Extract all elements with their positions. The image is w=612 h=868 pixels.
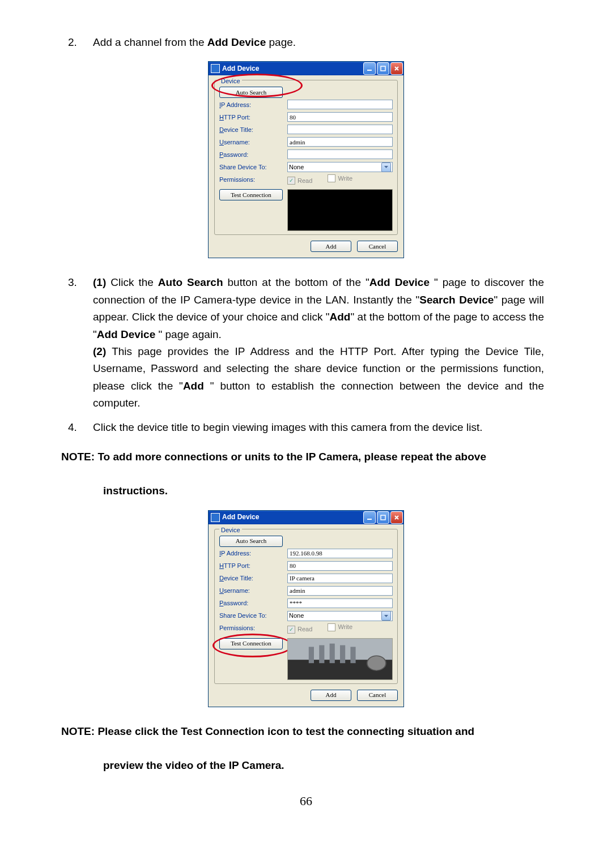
write-checkbox[interactable]: Write bbox=[328, 174, 352, 184]
http-port-input[interactable] bbox=[287, 561, 393, 571]
cancel-button[interactable]: Cancel bbox=[357, 690, 398, 701]
minimize-button[interactable] bbox=[363, 62, 376, 75]
add-button[interactable]: Add bbox=[311, 241, 351, 252]
password-input[interactable] bbox=[287, 598, 393, 608]
svg-rect-0 bbox=[367, 70, 372, 71]
page-number: 66 bbox=[68, 791, 544, 811]
window-title: Add Device bbox=[222, 512, 259, 523]
http-port-label: HTTP Port: bbox=[219, 113, 287, 123]
add-device-dialog-1: Add Device Device Auto Search IP Address… bbox=[208, 61, 404, 258]
app-icon bbox=[211, 64, 220, 73]
step2-text-a: Add a channel from the bbox=[93, 36, 207, 48]
password-input[interactable] bbox=[287, 149, 393, 159]
device-title-label: Device Title: bbox=[219, 574, 287, 584]
note-2: NOTE: Please click the Test Connection i… bbox=[68, 723, 544, 775]
test-connection-button[interactable]: Test Connection bbox=[219, 189, 283, 200]
step-4: 4. Click the device title to begin viewi… bbox=[68, 419, 544, 436]
password-label: Password: bbox=[219, 598, 287, 609]
write-checkbox[interactable]: Write bbox=[328, 622, 352, 632]
username-label: Username: bbox=[219, 586, 287, 596]
add-device-dialog-2: Add Device Device Auto Search IP Address… bbox=[208, 510, 404, 707]
step-2-body: Add a channel from the Add Device page. bbox=[93, 34, 544, 51]
app-icon bbox=[211, 513, 220, 522]
step2-text-b: page. bbox=[266, 36, 296, 48]
username-input[interactable] bbox=[287, 137, 393, 147]
preview-area bbox=[287, 638, 393, 680]
chevron-down-icon bbox=[381, 163, 391, 172]
step-3-body: (1) Click the Auto Search button at the … bbox=[93, 274, 544, 412]
step-2-num: 2. bbox=[68, 34, 93, 51]
svg-rect-3 bbox=[381, 515, 385, 520]
window-title: Add Device bbox=[222, 63, 259, 74]
maximize-button[interactable] bbox=[377, 511, 389, 524]
add-device-dialog-2-wrap: Add Device Device Auto Search IP Address… bbox=[68, 510, 544, 707]
share-device-value: None bbox=[289, 163, 304, 173]
close-button[interactable] bbox=[390, 511, 403, 524]
read-checkbox[interactable]: ✓Read bbox=[287, 176, 312, 186]
svg-point-11 bbox=[367, 656, 386, 670]
permissions-label: Permissions: bbox=[219, 623, 287, 634]
note1-line2: instructions. bbox=[68, 482, 544, 499]
share-device-select[interactable]: None bbox=[287, 162, 393, 172]
preview-area bbox=[287, 189, 393, 231]
device-title-label: Device Title: bbox=[219, 125, 287, 135]
maximize-button[interactable] bbox=[377, 62, 389, 75]
device-title-input[interactable] bbox=[287, 574, 393, 583]
note2-line2: preview the video of the IP Camera. bbox=[68, 757, 544, 774]
step-2: 2. Add a channel from the Add Device pag… bbox=[68, 34, 544, 51]
read-checkbox[interactable]: ✓Read bbox=[287, 625, 312, 635]
ip-address-input[interactable] bbox=[287, 549, 393, 558]
titlebar: Add Device bbox=[209, 511, 403, 524]
note-1: NOTE: To add more connections or units t… bbox=[68, 448, 544, 500]
permissions-label: Permissions: bbox=[219, 175, 287, 185]
http-port-input[interactable] bbox=[287, 112, 393, 122]
ip-address-input[interactable] bbox=[287, 100, 393, 109]
ip-address-label: IP Address: bbox=[219, 100, 287, 110]
username-input[interactable] bbox=[287, 586, 393, 596]
step2-bold: Add Device bbox=[207, 36, 266, 48]
svg-rect-1 bbox=[381, 66, 385, 71]
step-3: 3. (1) Click the Auto Search button at t… bbox=[68, 274, 544, 412]
device-group: Device Auto Search IP Address: HTTP Port… bbox=[214, 529, 398, 684]
cancel-button[interactable]: Cancel bbox=[357, 241, 398, 252]
titlebar: Add Device bbox=[209, 62, 403, 75]
note2-line1: NOTE: Please click the Test Connection i… bbox=[61, 723, 544, 740]
svg-rect-8 bbox=[330, 643, 335, 663]
svg-rect-10 bbox=[350, 647, 355, 663]
device-title-input[interactable] bbox=[287, 125, 393, 134]
step-3-num: 3. bbox=[68, 274, 93, 412]
ip-address-label: IP Address: bbox=[219, 549, 287, 559]
svg-rect-7 bbox=[319, 645, 324, 663]
close-button[interactable] bbox=[390, 62, 403, 75]
share-device-label: Share Device To: bbox=[219, 611, 287, 621]
add-button[interactable]: Add bbox=[311, 690, 351, 701]
note1-line1: NOTE: To add more connections or units t… bbox=[61, 448, 544, 465]
http-port-label: HTTP Port: bbox=[219, 561, 287, 571]
share-device-label: Share Device To: bbox=[219, 163, 287, 173]
step-4-body: Click the device title to begin viewing … bbox=[93, 419, 544, 436]
minimize-button[interactable] bbox=[363, 511, 376, 524]
svg-rect-9 bbox=[340, 645, 345, 663]
username-label: Username: bbox=[219, 138, 287, 148]
auto-search-button[interactable]: Auto Search bbox=[219, 536, 283, 547]
svg-rect-2 bbox=[367, 519, 372, 520]
share-device-value: None bbox=[289, 611, 304, 621]
password-label: Password: bbox=[219, 150, 287, 160]
add-device-dialog-1-wrap: Add Device Device Auto Search IP Address… bbox=[68, 61, 544, 258]
share-device-select[interactable]: None bbox=[287, 611, 393, 621]
group-legend: Device bbox=[219, 525, 242, 536]
svg-rect-6 bbox=[309, 647, 314, 663]
device-group: Device Auto Search IP Address: HTTP Port… bbox=[214, 80, 398, 235]
chevron-down-icon bbox=[381, 611, 391, 621]
step-4-num: 4. bbox=[68, 419, 93, 436]
annotation-circle-testconnection bbox=[212, 634, 292, 657]
